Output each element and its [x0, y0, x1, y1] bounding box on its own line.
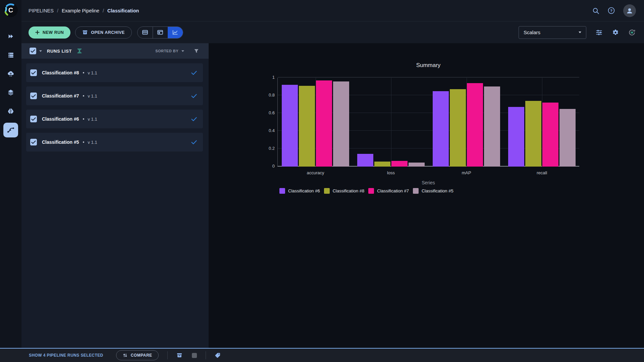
filter-button[interactable]	[194, 48, 199, 54]
runs-list: Classification #8v 1.1Classification #7v…	[21, 59, 209, 156]
abort-icon[interactable]	[192, 353, 197, 358]
bar-classification-8[interactable]	[450, 89, 466, 167]
legend-item[interactable]: Classification #8	[324, 188, 365, 194]
legend-swatch	[279, 188, 285, 194]
y-tick-label: 1	[272, 75, 275, 79]
tune-button[interactable]	[595, 28, 603, 37]
x-tick-label: loss	[353, 170, 429, 175]
bar-classification-8[interactable]	[299, 86, 315, 167]
run-checkbox[interactable]	[30, 139, 37, 145]
navbar-actions: ?	[592, 4, 636, 17]
select-all-checkbox[interactable]	[30, 48, 36, 54]
selected-runs-link[interactable]: SHOW 4 PIPELINE RUNS SELECTED	[29, 353, 103, 358]
y-tick-label: 0.2	[269, 146, 275, 150]
run-checkbox[interactable]	[30, 116, 37, 122]
bar-classification-6[interactable]	[508, 107, 524, 167]
bar-classification-5[interactable]	[559, 109, 576, 167]
chart-panel: Summary 00.20.40.60.81accuracylossmAPrec…	[209, 43, 644, 348]
bar-classification-5[interactable]	[409, 163, 425, 167]
select-menu-caret-icon[interactable]	[39, 50, 42, 52]
split-view-icon	[157, 29, 163, 36]
bar-classification-6[interactable]	[357, 154, 373, 167]
archive-icon	[82, 29, 88, 35]
sidebar-item-datasets[interactable]	[3, 85, 18, 100]
table-view-icon	[142, 29, 148, 36]
metric-select[interactable]: Scalars	[519, 26, 586, 39]
run-row[interactable]: Classification #8v 1.1	[26, 63, 203, 82]
table-view-toggle[interactable]	[138, 27, 153, 38]
bar-group-accuracy	[278, 78, 353, 167]
bar-classification-6[interactable]	[433, 91, 449, 167]
content-region: RUNS LIST SORTED BY Classification #8v 1…	[21, 43, 644, 348]
settings-button[interactable]	[612, 29, 619, 36]
refresh-pause-icon	[628, 28, 636, 37]
bar-group-recall	[504, 78, 580, 167]
breadcrumb-separator: /	[103, 8, 104, 13]
search-button[interactable]	[592, 7, 599, 14]
legend-label: Classification #6	[288, 188, 320, 193]
bar-classification-6[interactable]	[282, 85, 298, 167]
cloud-gear-icon	[7, 70, 14, 77]
compare-label: COMPARE	[131, 353, 152, 358]
bar-classification-5[interactable]	[484, 86, 500, 167]
clearml-logo[interactable]: C	[3, 3, 18, 17]
breadcrumb-pipelines[interactable]: PIPELINES	[29, 8, 54, 13]
row-density-icon[interactable]	[76, 48, 83, 54]
bar-classification-7[interactable]	[467, 83, 483, 167]
bar-classification-7[interactable]	[391, 161, 408, 167]
new-run-button[interactable]: NEW RUN	[29, 26, 70, 39]
legend-item[interactable]: Classification #5	[413, 188, 453, 194]
compare-icon	[122, 353, 128, 358]
compare-button[interactable]: COMPARE	[116, 350, 159, 360]
run-row[interactable]: Classification #7v 1.1	[26, 86, 203, 105]
legend-label: Classification #8	[333, 188, 365, 193]
legend-item[interactable]: Classification #7	[368, 188, 409, 194]
breadcrumb-example-pipeline[interactable]: Example Pipeline	[62, 8, 99, 13]
run-row[interactable]: Classification #6v 1.1	[26, 110, 203, 128]
chevron-down-icon	[579, 32, 581, 33]
sidebar-item-projects[interactable]	[3, 29, 18, 44]
tag-icon	[215, 352, 221, 358]
run-checkbox[interactable]	[30, 69, 37, 76]
bar-classification-7[interactable]	[316, 80, 332, 167]
svg-text:?: ?	[610, 9, 612, 13]
sorted-by-dropdown[interactable]: SORTED BY	[155, 49, 184, 53]
run-version: v 1.1	[88, 117, 97, 122]
layers-icon	[7, 89, 14, 96]
bullet-dot	[83, 95, 84, 97]
pipeline-icon	[7, 126, 15, 134]
view-toggle-group	[137, 26, 183, 39]
run-checkbox[interactable]	[30, 93, 37, 99]
open-archive-button[interactable]: OPEN ARCHIVE	[75, 26, 132, 39]
sidebar-item-applications[interactable]	[3, 66, 18, 81]
help-button[interactable]: ?	[607, 7, 615, 14]
selected-check-icon	[191, 71, 197, 75]
selected-check-icon	[191, 117, 197, 121]
chart-title: Summary	[277, 62, 579, 69]
bar-classification-5[interactable]	[333, 81, 349, 167]
filter-funnel-icon	[194, 48, 199, 54]
sidebar-item-models[interactable]	[3, 104, 18, 119]
legend-items: Classification #6Classification #8Classi…	[277, 188, 579, 194]
split-view-toggle[interactable]	[153, 27, 168, 38]
y-tick-label: 0.8	[269, 93, 275, 97]
sidebar-item-workers-queues[interactable]	[3, 48, 18, 62]
x-tick-label: mAP	[429, 170, 504, 175]
selection-footer: SHOW 4 PIPELINE RUNS SELECTED COMPARE	[0, 348, 644, 362]
add-tag-button[interactable]	[215, 352, 221, 358]
main-region: PIPELINES / Example Pipeline / Classific…	[21, 0, 644, 348]
chevron-down-icon	[181, 50, 184, 52]
bar-classification-8[interactable]	[525, 101, 541, 167]
bar-classification-7[interactable]	[542, 103, 558, 167]
user-avatar[interactable]	[623, 4, 636, 17]
footer-divider	[167, 351, 168, 359]
run-row[interactable]: Classification #5v 1.1	[26, 133, 203, 152]
chart-view-toggle[interactable]	[168, 27, 183, 38]
sidebar-item-pipelines[interactable]	[3, 123, 18, 137]
legend-item[interactable]: Classification #6	[279, 188, 320, 194]
tune-sliders-icon	[595, 28, 603, 37]
bar-classification-8[interactable]	[374, 162, 390, 167]
auto-refresh-button[interactable]	[628, 28, 636, 37]
x-tick-label: recall	[504, 170, 580, 175]
archive-action-button[interactable]	[176, 352, 182, 358]
